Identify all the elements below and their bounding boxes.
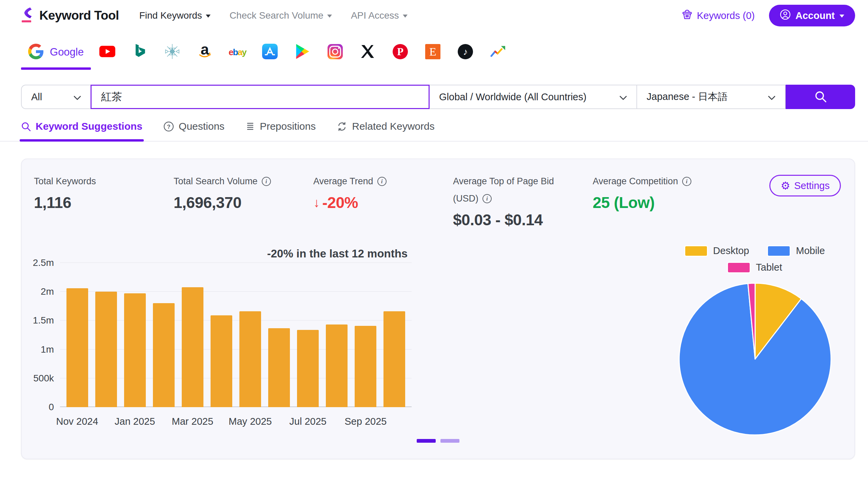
platform-tab-pinterest[interactable]: P [384, 35, 416, 70]
stat-label: (USD) [453, 192, 478, 205]
search-submit-button[interactable] [786, 85, 855, 109]
amazon-icon: a [197, 43, 212, 61]
bar-may-2025[interactable] [239, 311, 261, 407]
chevron-down-icon [840, 15, 844, 20]
platform-tab-amazon[interactable]: a [189, 35, 221, 70]
tab-keyword-suggestions[interactable]: Keyword Suggestions [21, 121, 142, 141]
bar-jun-2025[interactable] [268, 328, 290, 407]
tab-questions[interactable]: ?Questions [163, 121, 224, 141]
y-tick-label: 1m [41, 344, 54, 355]
svg-text:P: P [397, 46, 403, 58]
bar-jul-2025[interactable] [297, 330, 319, 407]
question-circle-icon: ? [163, 121, 174, 132]
platform-tab-tiktok[interactable]: ♪ [449, 35, 481, 70]
platform-tab-app-store[interactable] [254, 35, 286, 70]
average-competition-value: 25 (Low) [593, 193, 742, 212]
y-tick-label: 500k [33, 373, 54, 384]
info-icon[interactable]: i [262, 177, 271, 186]
info-icon[interactable]: i [682, 177, 691, 186]
info-icon[interactable]: i [482, 194, 492, 203]
tiktok-icon: ♪ [458, 44, 473, 61]
stat-label: Average Top of Page Bid [453, 175, 554, 188]
platform-tab-instagram[interactable] [319, 35, 351, 70]
legend-item-tablet[interactable]: Tablet [728, 262, 782, 273]
x-tick-slot: Nov 2024 [66, 416, 88, 427]
x-tick-label: Sep 2025 [344, 416, 387, 427]
active-platform-underline [21, 67, 91, 70]
x-tick-slot [268, 416, 290, 427]
stat-total-search-volume: Total Search Volume i 1,696,370 [174, 175, 313, 229]
stat-average-trend: Average Trend i ↓ -20% [313, 175, 453, 229]
list-lines-icon [245, 122, 255, 131]
settings-button[interactable]: ⚙ Settings [769, 175, 841, 196]
stats-row: Total Keywords 1,116 Total Search Volume… [22, 159, 854, 229]
bar-oct-2025[interactable] [383, 311, 405, 407]
brand-logo[interactable]: Keyword Tool [21, 6, 119, 25]
bar-aug-2025[interactable] [326, 324, 348, 407]
platform-tab-google-play[interactable] [286, 35, 319, 70]
bar-mar-2025[interactable] [182, 287, 203, 407]
bar-chart-x-axis: Nov 2024Jan 2025Mar 2025May 2025Jul 2025… [60, 416, 412, 427]
snowflake-icon [165, 44, 180, 61]
platform-tab-google-trends[interactable] [481, 35, 514, 70]
platform-tab-ebay[interactable]: ebay [221, 35, 254, 70]
chevron-down-icon [327, 15, 332, 20]
trend-down-arrow-icon: ↓ [313, 195, 320, 210]
bar-dec-2024[interactable] [95, 292, 117, 407]
language-select[interactable]: Japanese - 日本語 [637, 85, 786, 109]
platform-tab-bing[interactable] [123, 35, 156, 70]
svg-text:?: ? [167, 123, 171, 130]
google-play-icon [295, 44, 310, 61]
chevron-down-icon [619, 91, 627, 103]
total-search-volume-value: 1,696,370 [174, 193, 313, 212]
info-icon[interactable]: i [377, 177, 387, 186]
country-select[interactable]: Global / Worldwide (All Countries) [430, 85, 637, 109]
keyword-search-input[interactable] [91, 85, 430, 109]
scope-select[interactable]: All [21, 85, 91, 109]
platform-tab-snowflake[interactable] [156, 35, 189, 70]
account-person-icon [780, 9, 791, 22]
platform-tab-google[interactable]: Google [21, 35, 91, 70]
tab-related-keywords[interactable]: Related Keywords [337, 121, 434, 141]
legend-item-desktop[interactable]: Desktop [685, 245, 749, 256]
platform-tab-youtube[interactable] [91, 35, 123, 70]
ebay-icon: ebay [229, 47, 246, 58]
bars-container [60, 263, 412, 407]
instagram-icon [328, 44, 343, 61]
tab-label: Related Keywords [352, 121, 434, 132]
platform-tab-etsy[interactable]: E [416, 35, 449, 70]
bar-jan-2025[interactable] [124, 293, 146, 407]
bar-apr-2025[interactable] [211, 315, 232, 407]
country-value: Global / Worldwide (All Countries) [439, 91, 587, 103]
svg-text:E: E [429, 45, 436, 58]
total-keywords-value: 1,116 [34, 193, 174, 212]
app-store-icon [262, 44, 278, 61]
bar-sep-2025[interactable] [355, 326, 376, 407]
gear-icon: ⚙ [781, 181, 790, 191]
stat-label: Total Search Volume [174, 175, 258, 188]
nav-right: Keywords (0) Account [682, 5, 855, 26]
x-tick-label: Jan 2025 [115, 416, 155, 427]
x-tick-label: Jul 2025 [289, 416, 327, 427]
y-tick-label: 0 [48, 402, 54, 413]
platform-tab-x-twitter[interactable] [351, 35, 384, 70]
x-tick-slot [383, 416, 405, 427]
nav-menu-item-check-search-volume[interactable]: Check Search Volume [230, 10, 332, 21]
x-tick-slot: Jul 2025 [297, 416, 319, 427]
tab-prepositions[interactable]: Prepositions [245, 121, 316, 141]
carousel-dot-2[interactable] [440, 439, 459, 443]
nav-menu-item-api-access[interactable]: API Access [351, 10, 408, 21]
bar-nov-2024[interactable] [66, 288, 88, 407]
carousel-dot-1[interactable] [417, 439, 436, 443]
svg-text:♪: ♪ [463, 46, 468, 57]
x-tick-label: Mar 2025 [172, 416, 214, 427]
basket-icon [682, 9, 692, 22]
search-icon [814, 90, 827, 104]
legend-swatch [768, 246, 790, 256]
keywords-cart-link[interactable]: Keywords (0) [682, 9, 755, 22]
nav-menu: Find KeywordsCheck Search VolumeAPI Acce… [139, 10, 408, 21]
nav-menu-item-find-keywords[interactable]: Find Keywords [139, 10, 211, 21]
legend-item-mobile[interactable]: Mobile [768, 245, 825, 256]
bar-feb-2025[interactable] [153, 303, 175, 407]
account-button[interactable]: Account [769, 5, 855, 26]
